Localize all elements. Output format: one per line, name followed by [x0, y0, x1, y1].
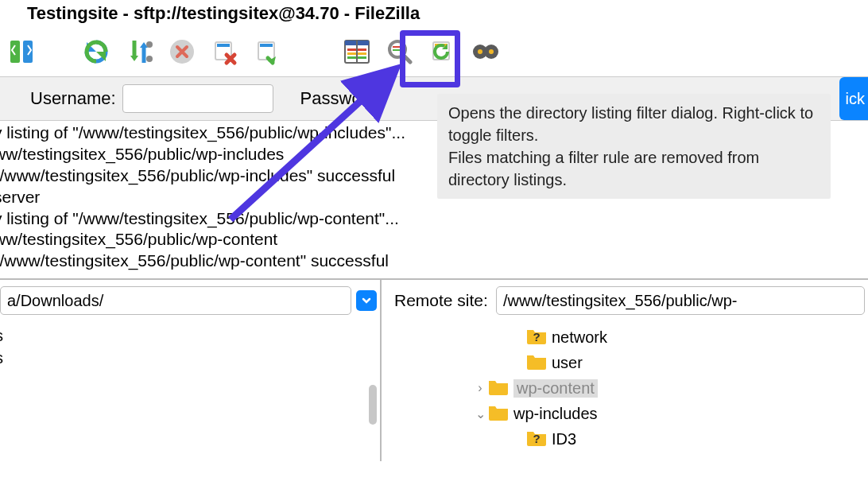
svg-point-23 — [489, 49, 494, 54]
local-path-dropdown[interactable] — [356, 290, 377, 311]
tooltip-line: Opens the directory listing filter dialo… — [448, 102, 820, 146]
log-line: ww/testingsitex_556/public/wp-content — [0, 229, 868, 250]
svg-point-2 — [146, 41, 153, 48]
log-line: "/www/testingsitex_556/public/wp-content… — [0, 250, 868, 272]
remote-pane: Remote site: ?networkuser›wp-content⌄wp-… — [382, 280, 868, 461]
tree-label: user — [552, 354, 583, 372]
tooltip: Opens the directory listing filter dialo… — [437, 94, 831, 199]
svg-rect-6 — [217, 44, 230, 47]
annotation-highlight — [400, 30, 460, 87]
tree-label: wp-includes — [513, 405, 598, 423]
tree-item[interactable]: ?ID3 — [391, 426, 868, 452]
svg-text:?: ? — [533, 432, 540, 445]
local-path-input[interactable] — [0, 286, 351, 315]
tree-label: wp-content — [513, 379, 598, 398]
filter-dialog-button[interactable] — [337, 33, 377, 71]
tree-item[interactable]: ⌄wp-includes — [391, 401, 868, 426]
svg-text:?: ? — [533, 330, 540, 344]
tree-label: network — [552, 328, 607, 347]
username-label: Username: — [0, 88, 122, 109]
local-pane: s s — [0, 280, 382, 461]
password-label: Password: — [273, 88, 389, 109]
log-line: y listing of "/www/testingsitex_556/publ… — [0, 208, 868, 230]
username-input[interactable] — [122, 84, 273, 113]
folder-icon — [488, 403, 513, 425]
remote-site-label: Remote site: — [394, 291, 488, 310]
folder-icon — [526, 352, 552, 374]
tree-item[interactable]: ?network — [391, 324, 868, 350]
tooltip-line: Files matching a filter rule are removed… — [448, 146, 820, 191]
tree-item[interactable]: user — [391, 350, 868, 375]
svg-rect-14 — [356, 41, 358, 63]
disclosure-icon[interactable]: › — [472, 381, 488, 395]
svg-rect-1 — [23, 41, 33, 63]
processing-queue-button[interactable] — [119, 33, 159, 71]
svg-rect-8 — [260, 44, 273, 47]
compare-button[interactable] — [466, 33, 506, 71]
svg-rect-0 — [10, 41, 20, 63]
site-manager-button[interactable] — [2, 33, 41, 71]
scrollbar-thumb[interactable] — [369, 385, 377, 425]
window-title: Testingsite - sftp://testingsitex@34.70 … — [0, 0, 868, 27]
quickconnect-button[interactable]: ick — [839, 77, 868, 120]
folder-icon: ? — [526, 327, 552, 348]
cancel-button[interactable] — [162, 33, 202, 71]
svg-point-22 — [478, 49, 482, 54]
disconnect-button[interactable] — [205, 33, 245, 71]
folder-icon — [488, 378, 513, 399]
tree-item[interactable]: ›wp-content — [391, 375, 868, 401]
refresh-button[interactable] — [76, 33, 116, 71]
reconnect-button[interactable] — [248, 33, 288, 71]
local-tree[interactable]: s s — [0, 321, 380, 369]
folder-icon: ? — [526, 429, 552, 450]
remote-path-input[interactable] — [496, 286, 865, 315]
tree-label: ID3 — [552, 430, 576, 448]
svg-point-3 — [146, 56, 153, 62]
remote-tree[interactable]: ?networkuser›wp-content⌄wp-includes?ID3 — [391, 321, 868, 461]
disclosure-icon[interactable]: ⌄ — [472, 406, 488, 421]
file-panes: s s Remote site: ?networkuser›wp-content… — [0, 278, 868, 461]
